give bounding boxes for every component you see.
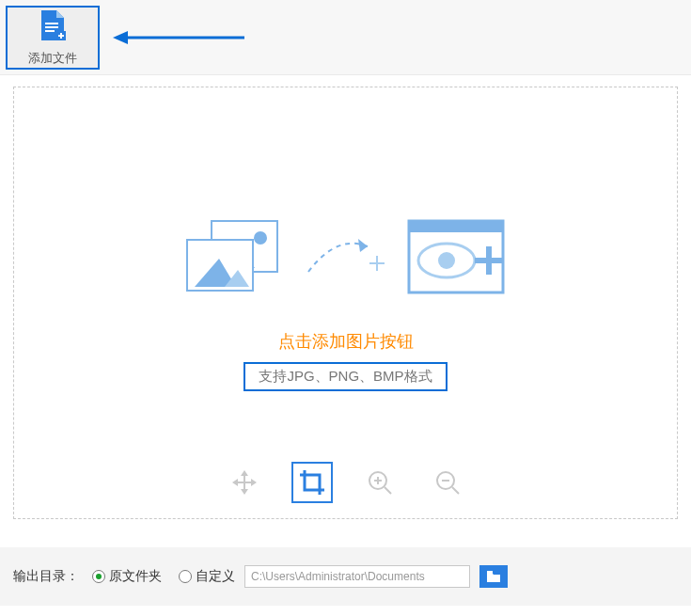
crop-icon (298, 468, 326, 497)
file-plus-icon (38, 8, 68, 46)
svg-marker-14 (358, 239, 368, 252)
browse-folder-button[interactable] (479, 565, 508, 588)
zoom-out-button[interactable] (427, 462, 468, 503)
radio-original-folder[interactable]: 原文件夹 (92, 568, 162, 585)
zoom-out-icon (433, 468, 462, 497)
images-icon (183, 215, 287, 304)
zoom-in-icon (366, 468, 394, 497)
crop-tool-button[interactable] (291, 462, 333, 503)
svg-rect-5 (58, 35, 64, 37)
svg-rect-18 (409, 221, 503, 232)
radio-custom-folder[interactable]: 自定义 (179, 568, 235, 585)
arrow-transfer-icon (304, 229, 388, 290)
svg-point-9 (254, 231, 267, 245)
move-tool-button[interactable] (224, 462, 265, 503)
svg-marker-7 (113, 31, 128, 44)
dropzone[interactable]: 点击添加图片按钮 支持JPG、PNG、BMP格式 (13, 87, 678, 519)
radio-icon (92, 570, 105, 583)
output-path-value: C:\Users\Administrator\Documents (251, 570, 425, 583)
folder-icon (486, 570, 501, 583)
output-path-input[interactable]: C:\Users\Administrator\Documents (244, 565, 470, 588)
illustration (183, 215, 509, 304)
svg-rect-36 (487, 571, 493, 574)
svg-rect-1 (45, 26, 58, 28)
dropzone-main-text: 点击添加图片按钮 (278, 330, 414, 353)
svg-rect-0 (45, 23, 58, 24)
preview-eye-icon (405, 215, 509, 304)
tutorial-arrow (113, 28, 244, 47)
svg-line-34 (452, 487, 459, 494)
svg-rect-2 (45, 30, 55, 32)
radio-custom-label: 自定义 (196, 568, 235, 585)
svg-line-30 (385, 487, 391, 494)
output-dir-label: 输出目录： (13, 568, 79, 585)
svg-point-20 (438, 252, 455, 269)
radio-original-label: 原文件夹 (109, 568, 162, 585)
add-file-label: 添加文件 (28, 50, 77, 67)
dropzone-sub-text: 支持JPG、PNG、BMP格式 (243, 362, 447, 391)
add-file-button[interactable]: 添加文件 (6, 6, 100, 70)
radio-icon (179, 570, 192, 583)
zoom-in-button[interactable] (359, 462, 400, 503)
move-icon (230, 468, 259, 497)
